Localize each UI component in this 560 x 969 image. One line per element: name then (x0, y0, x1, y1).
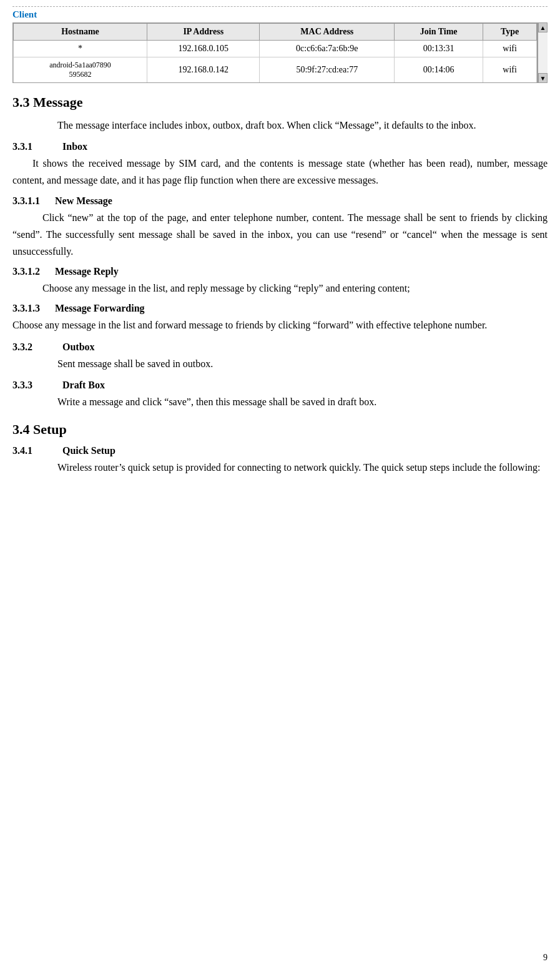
title-331: Inbox (62, 141, 87, 152)
table-cell-1-3: 00:14:06 (395, 57, 483, 83)
para-332: Sent message shall be saved in outbox. (37, 355, 548, 372)
col-type: Type (483, 24, 537, 41)
section-333-header: 3.3.3 Draft Box (12, 380, 548, 391)
title-333: Draft Box (62, 380, 105, 391)
title-3313: Message Forwarding (55, 303, 145, 314)
num-3311: 3.3.1.1 (12, 195, 50, 207)
title-341: Quick Setup (62, 445, 115, 456)
section-341-header: 3.4.1 Quick Setup (12, 445, 548, 456)
heading-33: 3.3 Message (12, 94, 548, 111)
num-3313: 3.3.1.3 (12, 303, 50, 314)
table-row: *192.168.0.1050c:c6:6a:7a:6b:9e00:13:31w… (14, 41, 537, 57)
heading-34: 3.4 Setup (12, 421, 548, 438)
scroll-up-arrow[interactable]: ▲ (538, 22, 548, 32)
num-332: 3.3.2 (12, 342, 62, 353)
para-3313: Choose any message in the list and forwa… (12, 317, 548, 333)
title-332: Outbox (62, 342, 95, 353)
section-3312-header: 3.3.1.2 Message Reply (12, 266, 548, 277)
para-331: It shows the received message by SIM car… (12, 155, 548, 189)
section-332-header: 3.3.2 Outbox (12, 342, 548, 353)
section-331-header: 3.3.1 Inbox (12, 141, 548, 152)
table-header-row: Hostname IP Address MAC Address Join Tim… (14, 24, 537, 41)
section-3311-header: 3.3.1.1 New Message (12, 195, 548, 207)
para-33-intro: The message interface includes inbox, ou… (37, 117, 548, 134)
para-3312: Choose any message in the list, and repl… (12, 280, 548, 297)
title-3311: New Message (55, 195, 112, 207)
client-section: Client Hostname IP Address MAC Address J… (12, 6, 548, 83)
scroll-down-arrow[interactable]: ▼ (538, 73, 548, 83)
client-label: Client (12, 6, 548, 20)
table-cell-1-0: android-5a1aa07890 595682 (14, 57, 147, 83)
col-ip-address: IP Address (147, 24, 260, 41)
section-33: 3.3 Message The message interface includ… (12, 94, 548, 410)
col-mac-address: MAC Address (260, 24, 395, 41)
table-cell-0-4: wifi (483, 41, 537, 57)
para-333: Write a message and click “save”, then t… (37, 393, 548, 410)
num-331: 3.3.1 (12, 141, 62, 152)
num-333: 3.3.3 (12, 380, 62, 391)
col-join-time: Join Time (395, 24, 483, 41)
table-cell-0-2: 0c:c6:6a:7a:6b:9e (260, 41, 395, 57)
table-cell-0-0: * (14, 41, 147, 57)
col-hostname: Hostname (14, 24, 147, 41)
client-table: Hostname IP Address MAC Address Join Tim… (13, 23, 537, 82)
table-cell-0-1: 192.168.0.105 (147, 41, 260, 57)
table-cell-1-2: 50:9f:27:cd:ea:77 (260, 57, 395, 83)
title-3312: Message Reply (55, 266, 119, 277)
num-3312: 3.3.1.2 (12, 266, 50, 277)
num-341: 3.4.1 (12, 445, 62, 456)
para-341: Wireless router’s quick setup is provide… (37, 459, 548, 476)
table-row: android-5a1aa07890 595682192.168.0.14250… (14, 57, 537, 83)
table-cell-1-4: wifi (483, 57, 537, 83)
section-3313-header: 3.3.1.3 Message Forwarding (12, 303, 548, 314)
client-table-container: Hostname IP Address MAC Address Join Tim… (12, 22, 548, 83)
section-34: 3.4 Setup 3.4.1 Quick Setup Wireless rou… (12, 421, 548, 476)
para-3311: Click “new” at the top of the page, and … (12, 209, 548, 260)
table-scrollbar[interactable]: ▲ ▼ (538, 22, 548, 83)
table-cell-1-1: 192.168.0.142 (147, 57, 260, 83)
table-cell-0-3: 00:13:31 (395, 41, 483, 57)
scroll-track (538, 32, 548, 73)
